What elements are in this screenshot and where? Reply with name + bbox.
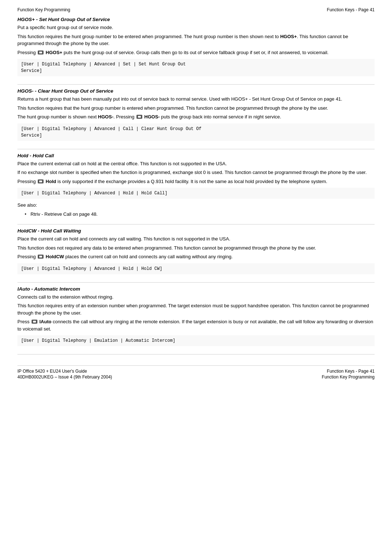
hold-call-code: [User | Digital Telephony | Advanced | H…	[17, 188, 375, 199]
hgos-minus-code: [User | Digital Telephony | Advanced | C…	[17, 123, 375, 141]
section-hold-call: Hold - Hold Call Place the current exter…	[17, 153, 375, 225]
holdcw-p3: Pressing HoldCW places the current call …	[17, 253, 375, 260]
header-left: Function Key Programming	[17, 7, 70, 12]
hgos-minus-p3: The hunt group number is shown next HGOS…	[17, 113, 375, 121]
bullet-rtriv: Rtriv - Retrieve Call on page 48.	[25, 211, 375, 218]
section-iauto: IAuto - Automatic Intercom Connects call…	[17, 286, 375, 355]
hold-call-bullets: Rtriv - Retrieve Call on page 48.	[17, 211, 375, 218]
hgos-plus-p3: Pressing HGOS+ puts the hunt group out o…	[17, 49, 375, 56]
section-hgos-minus: HGOS- - Clear Hunt Group Out of Service …	[17, 88, 375, 149]
phone-icon-1	[38, 50, 44, 54]
section-title-hgos-plus: HGOS+ - Set Hunt Group Out of Service	[17, 17, 375, 22]
footer-right-line2: Function Key Programming	[322, 374, 375, 380]
header-right: Function Keys - Page 41	[327, 7, 375, 12]
section-holdcw: HoldCW - Hold Call Waiting Place the cur…	[17, 228, 375, 283]
phone-icon-2	[136, 115, 142, 119]
section-title-hold-call: Hold - Hold Call	[17, 153, 375, 158]
footer-left-line2: 40DHB0002UKEG – Issue 4 (9th February 20…	[17, 374, 112, 380]
hgos-plus-p2: This function requires the hunt group nu…	[17, 33, 375, 47]
section-title-holdcw: HoldCW - Hold Call Waiting	[17, 228, 375, 234]
hold-call-see-also: See also:	[17, 202, 375, 209]
hold-call-p3: Pressing Hold is only supported if the e…	[17, 178, 375, 185]
holdcw-p1: Place the current call on hold and conne…	[17, 235, 375, 243]
hgos-plus-p1: Put a specific hunt group out of service…	[17, 24, 375, 31]
hold-call-p1: Place the current external call on hold …	[17, 160, 375, 167]
section-hgos-plus: HGOS+ - Set Hunt Group Out of Service Pu…	[17, 17, 375, 85]
iauto-code: [User | Digital Telephony | Emulation | …	[17, 335, 375, 346]
page-container: Function Key Programming Function Keys -…	[0, 0, 392, 555]
footer-right-line1: Function Keys - Page 41	[327, 369, 375, 374]
phone-icon-5	[32, 320, 37, 324]
hgos-plus-code: [User | Digital Telephony | Advanced | S…	[17, 59, 375, 76]
holdcw-p2: This function does not required any data…	[17, 244, 375, 252]
footer-left-line1: IP Office 5420 + EU24 User's Guide	[17, 369, 112, 374]
holdcw-code: [User | Digital Telephony | Advanced | H…	[17, 263, 375, 274]
iauto-p3: Press IAuto connects the call without an…	[17, 318, 375, 332]
phone-icon-4	[38, 255, 44, 259]
section-title-iauto: IAuto - Automatic Intercom	[17, 286, 375, 292]
hgos-minus-p1: Returns a hunt group that has been manua…	[17, 96, 375, 103]
footer-right: Function Keys - Page 41 Function Key Pro…	[322, 369, 375, 380]
section-title-hgos-minus: HGOS- - Clear Hunt Group Out of Service	[17, 88, 375, 94]
iauto-p2: This function requires entry of an exten…	[17, 302, 375, 316]
page-footer: IP Office 5420 + EU24 User's Guide 40DHB…	[17, 365, 375, 380]
footer-left: IP Office 5420 + EU24 User's Guide 40DHB…	[17, 369, 112, 380]
page-header: Function Key Programming Function Keys -…	[17, 7, 375, 12]
hold-call-p2: If no exchange slot number is specified …	[17, 169, 375, 176]
phone-icon-3	[38, 179, 44, 183]
iauto-p1: Connects call to the extension without r…	[17, 293, 375, 301]
hgos-minus-p2: This function requires that the hunt gro…	[17, 105, 375, 112]
